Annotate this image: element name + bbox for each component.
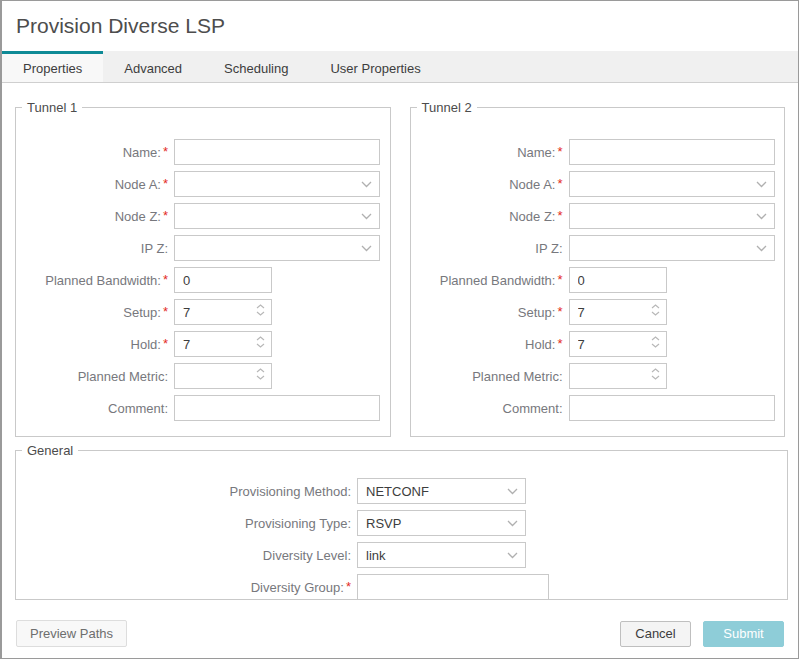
- field-label: Planned Metric:: [472, 369, 562, 384]
- tunnel1-name-input[interactable]: [174, 139, 380, 165]
- spinner-up-icon[interactable]: [256, 368, 265, 373]
- field-label: Node A:: [115, 177, 161, 192]
- spinner-down-icon[interactable]: [651, 343, 660, 348]
- tab-content: Tunnel 1 Name:* Node A:* Node Z:*: [2, 83, 798, 600]
- tunnel2-node-a-select[interactable]: [569, 171, 775, 197]
- tab-advanced[interactable]: Advanced: [103, 51, 203, 82]
- general-fieldset: General Provisioning Method: Provisionin…: [15, 443, 788, 600]
- spinner-up-icon[interactable]: [651, 304, 660, 309]
- tunnel1-planned-bandwidth-input[interactable]: [174, 267, 272, 293]
- tunnel1-node-z-select[interactable]: [174, 203, 380, 229]
- required-marker: *: [557, 176, 562, 191]
- required-marker: *: [557, 208, 562, 223]
- dialog-footer: Preview Paths Cancel Submit: [2, 600, 798, 647]
- tunnel1-legend: Tunnel 1: [22, 100, 82, 115]
- form-row: Planned Bandwidth:*: [411, 267, 785, 293]
- tab-scheduling[interactable]: Scheduling: [203, 51, 309, 82]
- required-marker: *: [163, 176, 168, 191]
- required-marker: *: [557, 304, 562, 319]
- field-label: Node Z:: [115, 209, 161, 224]
- tab-bar: Properties Advanced Scheduling User Prop…: [2, 51, 798, 83]
- spinner-down-icon[interactable]: [256, 311, 265, 316]
- field-label: Comment:: [108, 401, 168, 416]
- provision-diverse-lsp-dialog: Provision Diverse LSP Properties Advance…: [0, 0, 799, 659]
- tunnel2-legend: Tunnel 2: [417, 100, 477, 115]
- field-label: Hold:: [525, 337, 555, 352]
- tunnel2-planned-bandwidth-input[interactable]: [569, 267, 667, 293]
- field-label: IP Z:: [535, 241, 562, 256]
- spinner-down-icon[interactable]: [256, 375, 265, 380]
- form-row: Provisioning Type:: [16, 510, 787, 536]
- field-label: Planned Bandwidth:: [440, 273, 556, 288]
- spinner-up-icon[interactable]: [256, 336, 265, 341]
- page-title: Provision Diverse LSP: [2, 1, 798, 51]
- tunnel1-comment-input[interactable]: [174, 395, 380, 421]
- required-marker: *: [557, 336, 562, 351]
- required-marker: *: [163, 208, 168, 223]
- form-row: Setup:*: [16, 299, 390, 325]
- required-marker: *: [557, 144, 562, 159]
- field-label: Hold:: [131, 337, 161, 352]
- preview-paths-button[interactable]: Preview Paths: [16, 620, 127, 647]
- required-marker: *: [163, 304, 168, 319]
- form-row: Node Z:*: [16, 203, 390, 229]
- diversity-level-select[interactable]: [357, 542, 526, 568]
- form-row: Node A:*: [411, 171, 785, 197]
- field-label: Node A:: [509, 177, 555, 192]
- form-row: Node A:*: [16, 171, 390, 197]
- form-row: Node Z:*: [411, 203, 785, 229]
- field-label: Diversity Level:: [263, 548, 351, 563]
- spinner-up-icon[interactable]: [651, 368, 660, 373]
- field-label: Planned Bandwidth:: [45, 273, 161, 288]
- field-label: IP Z:: [141, 241, 168, 256]
- tunnel2-node-z-select[interactable]: [569, 203, 775, 229]
- cancel-button[interactable]: Cancel: [620, 621, 691, 647]
- tunnel2-ip-z-select[interactable]: [569, 235, 775, 261]
- tunnels-section: Tunnel 1 Name:* Node A:* Node Z:*: [15, 100, 785, 437]
- tunnel2-name-input[interactable]: [569, 139, 775, 165]
- required-marker: *: [346, 579, 351, 594]
- form-row: Comment:: [411, 395, 785, 421]
- tab-properties[interactable]: Properties: [2, 51, 103, 82]
- form-row: Hold:*: [411, 331, 785, 357]
- form-row: Planned Bandwidth:*: [16, 267, 390, 293]
- general-legend: General: [22, 443, 78, 458]
- tunnel1-ip-z-select[interactable]: [174, 235, 380, 261]
- spinner-up-icon[interactable]: [651, 336, 660, 341]
- tunnel2-comment-input[interactable]: [569, 395, 775, 421]
- form-row: Diversity Level:: [16, 542, 787, 568]
- form-row: Hold:*: [16, 331, 390, 357]
- spinner-down-icon[interactable]: [651, 375, 660, 380]
- form-row: Setup:*: [411, 299, 785, 325]
- form-row: Provisioning Method:: [16, 478, 787, 504]
- required-marker: *: [163, 336, 168, 351]
- provisioning-type-select[interactable]: [357, 510, 526, 536]
- form-row: Planned Metric:: [411, 363, 785, 389]
- field-label: Planned Metric:: [78, 369, 168, 384]
- form-row: Planned Metric:: [16, 363, 390, 389]
- tab-user-properties[interactable]: User Properties: [309, 51, 441, 82]
- form-row: Name:*: [411, 139, 785, 165]
- spinner-down-icon[interactable]: [651, 311, 660, 316]
- form-row: Diversity Group:*: [16, 574, 787, 600]
- form-row: Comment:: [16, 395, 390, 421]
- provisioning-method-select[interactable]: [357, 478, 526, 504]
- field-label: Provisioning Method:: [230, 484, 351, 499]
- spinner-down-icon[interactable]: [256, 343, 265, 348]
- tunnel2-fieldset: Tunnel 2 Name:* Node A:* Node Z:*: [410, 100, 786, 437]
- form-row: IP Z:: [16, 235, 390, 261]
- field-label: Node Z:: [509, 209, 555, 224]
- tunnel1-fieldset: Tunnel 1 Name:* Node A:* Node Z:*: [15, 100, 391, 437]
- spinner-up-icon[interactable]: [256, 304, 265, 309]
- form-row: Name:*: [16, 139, 390, 165]
- diversity-group-input[interactable]: [357, 574, 549, 600]
- field-label: Setup:: [518, 305, 556, 320]
- field-label: Name:: [123, 145, 161, 160]
- field-label: Name:: [517, 145, 555, 160]
- submit-button[interactable]: Submit: [703, 621, 784, 647]
- field-label: Setup:: [123, 305, 161, 320]
- field-label: Comment:: [503, 401, 563, 416]
- tunnel1-node-a-select[interactable]: [174, 171, 380, 197]
- required-marker: *: [163, 272, 168, 287]
- required-marker: *: [163, 144, 168, 159]
